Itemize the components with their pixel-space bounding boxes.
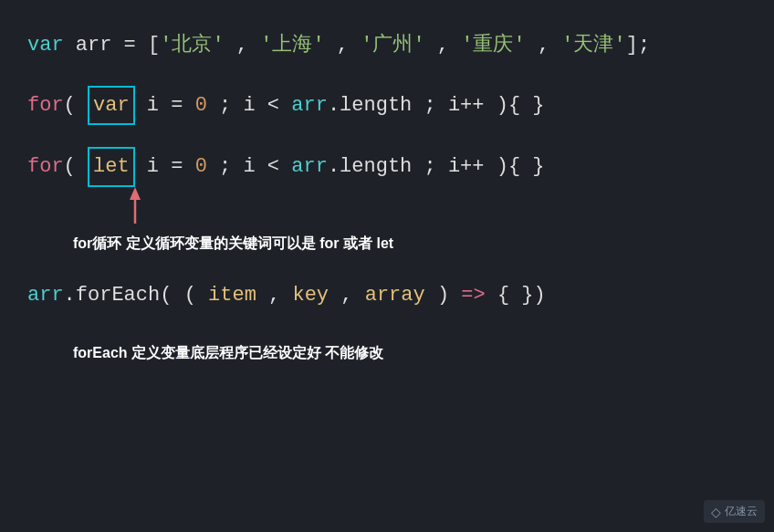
code-text: , bbox=[256, 277, 293, 314]
string-shanghai: '上海' bbox=[260, 27, 324, 64]
code-text: .length ; i++ ){ } bbox=[328, 88, 545, 124]
code-text: ; i < bbox=[207, 149, 291, 185]
string-chongqing: '重庆' bbox=[461, 27, 525, 64]
note-for-loop: for循环 定义循环变量的关键词可以是 for 或者 let bbox=[73, 231, 747, 257]
code-line-3: for ( let i = 0 ; i < arr .length ; i++ … bbox=[27, 147, 747, 187]
number-0: 0 bbox=[195, 88, 207, 124]
code-line-4: arr .forEach( ( item , key , array ) => … bbox=[27, 277, 747, 314]
code-text: , bbox=[329, 277, 365, 314]
code-text: ( bbox=[64, 149, 76, 185]
svg-marker-1 bbox=[130, 187, 141, 200]
keyword-let-boxed: let bbox=[88, 147, 135, 187]
code-text: .length ; i++ ){ } bbox=[328, 149, 545, 185]
code-text: , bbox=[526, 27, 562, 64]
code-text: ( bbox=[64, 88, 76, 124]
code-text: ) bbox=[425, 277, 462, 314]
code-container: var arr = [ '北京' , '上海' , '广州' , '重庆' , … bbox=[0, 0, 774, 391]
number-0-2: 0 bbox=[195, 149, 207, 185]
code-text: i = bbox=[147, 149, 195, 185]
watermark-text: 亿速云 bbox=[725, 504, 758, 519]
keyword-var-boxed: var bbox=[88, 86, 135, 126]
string-tianjin: '天津' bbox=[561, 27, 625, 64]
keyword-for-1: for bbox=[27, 88, 64, 124]
arrow-area bbox=[27, 194, 747, 231]
param-array: array bbox=[365, 277, 425, 314]
code-text bbox=[135, 88, 147, 124]
code-line-1: var arr = [ '北京' , '上海' , '广州' , '重庆' , … bbox=[27, 27, 747, 64]
code-text bbox=[135, 149, 147, 185]
arrow-fn: => bbox=[461, 277, 485, 314]
code-text bbox=[76, 88, 88, 124]
arrow-svg bbox=[117, 187, 172, 233]
string-beijing: '北京' bbox=[160, 27, 224, 64]
line3-wrapper: for ( let i = 0 ; i < arr .length ; i++ … bbox=[27, 147, 747, 231]
code-text: ]; bbox=[626, 27, 650, 64]
code-text: , bbox=[225, 27, 261, 64]
arr-ref-3: arr bbox=[27, 277, 64, 314]
code-text: , bbox=[425, 27, 462, 64]
code-text: arr = [ bbox=[64, 27, 161, 64]
arr-ref-1: arr bbox=[291, 88, 328, 124]
code-line-2: for ( var i = 0 ; i < arr .length ; i++ … bbox=[27, 86, 747, 126]
param-item: item bbox=[208, 277, 256, 314]
note-foreach: forEach 定义变量底层程序已经设定好 不能修改 bbox=[73, 340, 747, 367]
code-text: ; i < bbox=[207, 88, 291, 124]
watermark-icon: ◇ bbox=[711, 505, 721, 519]
arr-ref-2: arr bbox=[291, 149, 328, 185]
keyword-for-2: for bbox=[27, 149, 64, 185]
code-text bbox=[76, 149, 88, 185]
keyword-var: var bbox=[27, 27, 64, 64]
code-text: , bbox=[325, 27, 361, 64]
code-text: .forEach( ( bbox=[64, 277, 208, 314]
code-text: { }) bbox=[486, 277, 546, 314]
param-key: key bbox=[292, 277, 329, 314]
watermark: ◇ 亿速云 bbox=[704, 500, 765, 523]
code-text: i = bbox=[147, 88, 195, 124]
string-guangzhou: '广州' bbox=[361, 27, 424, 64]
